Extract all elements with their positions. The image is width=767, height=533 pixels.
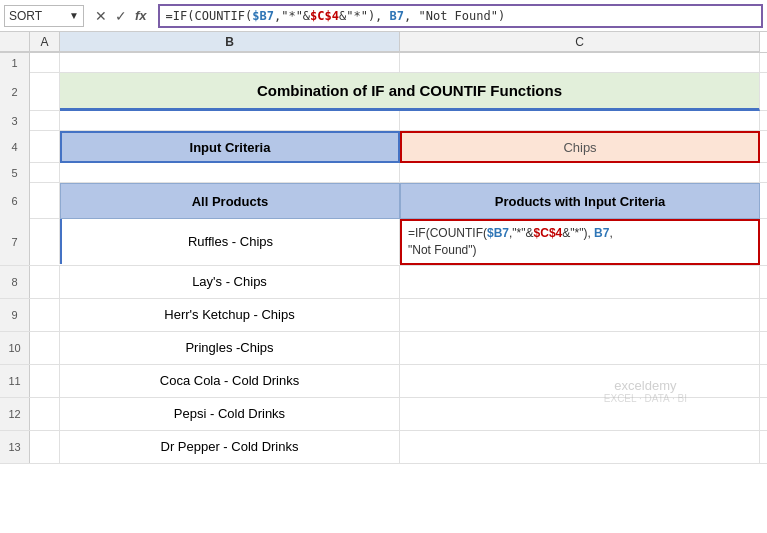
ruffles-text: Ruffles - Chips (188, 234, 273, 249)
row-num-7: 7 (0, 219, 30, 265)
table-row: 6 All Products Products with Input Crite… (0, 183, 767, 219)
row-num-8: 8 (0, 266, 30, 298)
all-products-header-text: All Products (192, 194, 269, 209)
cell-all-products-header[interactable]: All Products (60, 183, 400, 219)
title-text: Combination of IF and COUNTIF Functions (257, 82, 562, 99)
cell-a13[interactable] (30, 431, 60, 463)
pringles-text: Pringles -Chips (185, 340, 273, 355)
cell-pepsi[interactable]: Pepsi - Cold Drinks (60, 398, 400, 430)
formula-bar[interactable]: =IF(COUNTIF($B7,"*"&$C$4&"*"), B7, "Not … (158, 4, 763, 28)
cell-a3[interactable] (30, 111, 60, 131)
corner-header (0, 32, 30, 52)
spreadsheet: A B C 1 2 Combination of IF and COUNTIF … (0, 32, 767, 464)
cell-a5[interactable] (30, 163, 60, 183)
name-box-value: SORT (9, 9, 42, 23)
col-header-a[interactable]: A (30, 32, 60, 52)
cell-formula-display[interactable]: =IF(COUNTIF($B7,"*"&$C$4&"*"), B7, "Not … (400, 219, 760, 265)
row-num-10: 10 (0, 332, 30, 364)
table-row: 11 Coca Cola - Cold Drinks (0, 365, 767, 398)
table-row: 10 Pringles -Chips (0, 332, 767, 365)
cell-a11[interactable] (30, 365, 60, 397)
cell-b3[interactable] (60, 111, 400, 131)
cell-c11[interactable] (400, 365, 760, 397)
table-row: 12 Pepsi - Cold Drinks (0, 398, 767, 431)
pepsi-text: Pepsi - Cold Drinks (174, 406, 285, 421)
cell-a6[interactable] (30, 183, 60, 219)
cell-a2[interactable] (30, 73, 60, 111)
cell-a4[interactable] (30, 131, 60, 163)
insert-function-icon[interactable]: fx (132, 8, 150, 23)
row-num-3: 3 (0, 111, 30, 131)
cell-b1[interactable] (60, 53, 400, 73)
row-num-9: 9 (0, 299, 30, 331)
cell-a12[interactable] (30, 398, 60, 430)
formula-text: =IF(COUNTIF($B7,"*"&$C$4&"*"), B7, "Not … (166, 9, 506, 23)
cell-input-criteria-value[interactable]: Chips (400, 131, 760, 163)
row-num-12: 12 (0, 398, 30, 430)
cell-lays[interactable]: Lay's - Chips (60, 266, 400, 298)
table-row: 13 Dr Pepper - Cold Drinks (0, 431, 767, 464)
input-criteria-value-text: Chips (563, 140, 596, 155)
table-row: 2 Combination of IF and COUNTIF Function… (0, 73, 767, 111)
cell-a1[interactable] (30, 53, 60, 73)
cell-c1[interactable] (400, 53, 760, 73)
cell-pringles[interactable]: Pringles -Chips (60, 332, 400, 364)
table-row: 5 (0, 163, 767, 183)
cell-c10[interactable] (400, 332, 760, 364)
cell-a9[interactable] (30, 299, 60, 331)
table-row: 1 (0, 53, 767, 73)
row-num-6: 6 (0, 183, 30, 219)
table-row: 9 Herr's Ketchup - Chips (0, 299, 767, 332)
name-box[interactable]: SORT ▼ (4, 5, 84, 27)
cell-c8[interactable] (400, 266, 760, 298)
cell-c5[interactable] (400, 163, 760, 183)
row-num-1: 1 (0, 53, 30, 73)
cell-b5[interactable] (60, 163, 400, 183)
cell-c12[interactable] (400, 398, 760, 430)
cell-c3[interactable] (400, 111, 760, 131)
row-num-13: 13 (0, 431, 30, 463)
row-num-2: 2 (0, 73, 30, 111)
cell-title[interactable]: Combination of IF and COUNTIF Functions (60, 73, 760, 111)
cell-c13[interactable] (400, 431, 760, 463)
cell-products-with-header[interactable]: Products with Input Criteria (400, 183, 760, 219)
col-header-b[interactable]: B (60, 32, 400, 52)
column-headers-row: A B C (0, 32, 767, 53)
products-with-header-text: Products with Input Criteria (495, 194, 665, 209)
row-num-5: 5 (0, 163, 30, 183)
table-row: 8 Lay's - Chips (0, 266, 767, 299)
cell-a8[interactable] (30, 266, 60, 298)
cell-c9[interactable] (400, 299, 760, 331)
cell-ruffles[interactable]: Ruffles - Chips (60, 219, 400, 264)
cell-input-criteria-label[interactable]: Input Criteria (60, 131, 400, 163)
confirm-icon[interactable]: ✓ (112, 8, 130, 24)
drpepper-text: Dr Pepper - Cold Drinks (161, 439, 299, 454)
cell-herrs[interactable]: Herr's Ketchup - Chips (60, 299, 400, 331)
row-num-4: 4 (0, 131, 30, 163)
formula-icons: ✕ ✓ fx (88, 8, 154, 24)
cell-a10[interactable] (30, 332, 60, 364)
input-criteria-label-text: Input Criteria (190, 140, 271, 155)
cell-cocacola[interactable]: Coca Cola - Cold Drinks (60, 365, 400, 397)
table-row: 4 Input Criteria Chips (0, 131, 767, 163)
formula-display-text: =IF(COUNTIF($B7,"*"&$C$4&"*"), B7, "Not … (408, 225, 613, 259)
row-num-11: 11 (0, 365, 30, 397)
herrs-text: Herr's Ketchup - Chips (164, 307, 294, 322)
cell-a7[interactable] (30, 219, 60, 264)
table-row: 3 (0, 111, 767, 131)
cell-drpepper[interactable]: Dr Pepper - Cold Drinks (60, 431, 400, 463)
table-row: 7 Ruffles - Chips =IF(COUNTIF($B7,"*"&$C… (0, 219, 767, 266)
formula-bar-container: SORT ▼ ✕ ✓ fx =IF(COUNTIF($B7,"*"&$C$4&"… (0, 0, 767, 32)
lays-text: Lay's - Chips (192, 274, 267, 289)
cocacola-text: Coca Cola - Cold Drinks (160, 373, 299, 388)
col-header-c[interactable]: C (400, 32, 760, 52)
namebox-dropdown-icon[interactable]: ▼ (69, 10, 79, 21)
cancel-icon[interactable]: ✕ (92, 8, 110, 24)
